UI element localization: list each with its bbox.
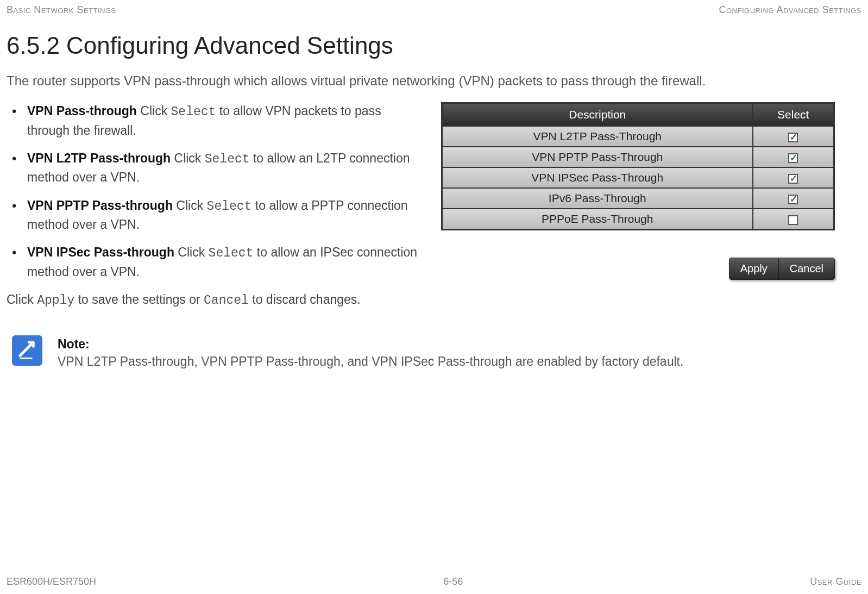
table-row: PPPoE Pass-Through [442, 209, 834, 230]
table-row: VPN PPTP Pass-Through [442, 147, 834, 167]
table-row: VPN L2TP Pass-Through [442, 126, 834, 147]
row-desc: VPN PPTP Pass-Through [442, 147, 753, 167]
row-desc: VPN L2TP Pass-Through [442, 126, 753, 147]
button-group: Apply Cancel [729, 258, 835, 280]
list-item: VPN IPSec Pass-through Click Select to a… [12, 243, 419, 281]
page-header: Basic Network Settings Configuring Advan… [7, 4, 861, 16]
checkbox-icon[interactable] [788, 215, 798, 225]
mono-select: Select [209, 246, 254, 260]
row-select [753, 126, 834, 147]
apply-cancel-text: Click Apply to save the settings or Canc… [7, 291, 419, 309]
cancel-button[interactable]: Cancel [778, 258, 834, 279]
mono-select: Select [205, 152, 250, 166]
list-item: VPN L2TP Pass-through Click Select to al… [12, 149, 419, 187]
col-description: Description [442, 103, 753, 127]
list-item: VPN Pass-through Click Select to allow V… [12, 102, 419, 140]
row-select [753, 188, 834, 209]
passthrough-table: Description Select VPN L2TP Pass-Through… [441, 102, 835, 230]
note-text: Note: VPN L2TP Pass-through, VPN PPTP Pa… [58, 335, 683, 370]
checkbox-icon[interactable] [788, 195, 798, 204]
mono-cancel: Cancel [204, 293, 249, 308]
list-item: VPN PPTP Pass-through Click Select to al… [12, 197, 419, 234]
note-block: Note: VPN L2TP Pass-through, VPN PPTP Pa… [7, 335, 861, 370]
header-right: Configuring Advanced Settings [719, 4, 861, 16]
checkbox-icon[interactable] [788, 174, 798, 184]
apply-button[interactable]: Apply [729, 258, 778, 279]
row-select [753, 147, 834, 167]
col-select: Select [753, 103, 834, 127]
right-column: Description Select VPN L2TP Pass-Through… [441, 102, 835, 280]
note-body: VPN L2TP Pass-through, VPN PPTP Pass-thr… [58, 353, 683, 370]
term: VPN PPTP Pass-through [27, 198, 173, 212]
intro-text: The router supports VPN pass-through whi… [7, 72, 861, 89]
note-label: Note: [58, 335, 683, 353]
button-row: Apply Cancel [441, 258, 835, 280]
header-left: Basic Network Settings [7, 4, 116, 16]
mono-select: Select [171, 105, 216, 119]
term: VPN IPSec Pass-through [27, 245, 174, 259]
section-title: 6.5.2 Configuring Advanced Settings [7, 32, 861, 59]
term: VPN Pass-through [27, 104, 137, 118]
term: VPN L2TP Pass-through [27, 151, 171, 165]
checkbox-icon[interactable] [788, 153, 798, 163]
row-desc: PPPoE Pass-Through [442, 209, 753, 230]
table-row: IPv6 Pass-Through [442, 188, 834, 209]
mono-select: Select [207, 199, 252, 214]
checkbox-icon[interactable] [788, 133, 798, 142]
row-select [753, 209, 834, 230]
row-desc: VPN IPSec Pass-Through [442, 167, 753, 188]
row-select [753, 167, 834, 188]
bullet-list: VPN Pass-through Click Select to allow V… [7, 102, 419, 281]
mono-apply: Apply [37, 293, 74, 308]
left-column: VPN Pass-through Click Select to allow V… [7, 102, 419, 309]
table-row: VPN IPSec Pass-Through [442, 167, 834, 188]
note-icon [12, 335, 42, 366]
row-desc: IPv6 Pass-Through [442, 188, 753, 209]
